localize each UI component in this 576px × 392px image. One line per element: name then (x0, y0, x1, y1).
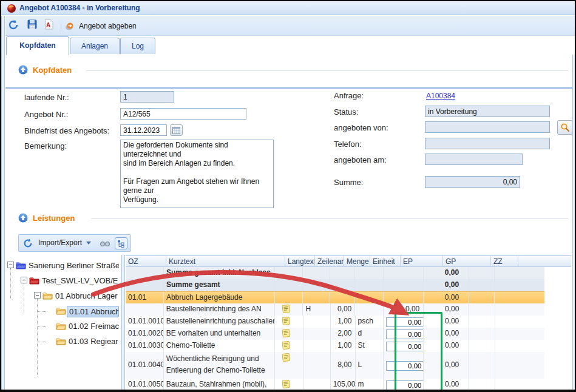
tree-view-button[interactable] (115, 237, 127, 249)
ep-input[interactable] (386, 361, 424, 371)
leistungen-toolbar: Import/Export (18, 234, 131, 252)
refresh-icon (7, 19, 19, 31)
bemerkung-label: Bemerkung: (24, 141, 67, 150)
tree-item-label[interactable]: Test_SWL-LV_VOB/E (40, 275, 119, 286)
folder-icon (56, 337, 66, 345)
table-row[interactable]: 01.01Abbruch Lagergebäude0,00 (126, 291, 544, 305)
tree-item[interactable]: 01.03 Regiear (5, 334, 120, 348)
tree-expander-icon[interactable] (7, 262, 14, 268)
summe-field[interactable] (425, 176, 520, 188)
refresh-list-icon[interactable] (22, 238, 33, 249)
column-header-zz[interactable]: ZZ (491, 256, 518, 267)
tab-strip: Kopfdaten Anlagen Log (1, 36, 575, 55)
splitter[interactable] (120, 255, 125, 390)
einheit-cell (355, 303, 384, 316)
tree-item-label[interactable]: 01.03 Regiear (67, 336, 119, 346)
table-row[interactable]: 01.01.0030Chemo-Toilette 1,00St0,00 (126, 340, 544, 353)
gp-cell: 0,00 (424, 303, 469, 316)
tree-item-label[interactable]: 01.01 Abbruch (67, 306, 119, 317)
einheit-cell (355, 292, 384, 304)
gp-cell: 0,00 (424, 316, 469, 328)
einheit-cell (355, 279, 384, 291)
tree-item-label[interactable]: Sanierung Berliner Straße (27, 260, 119, 271)
empty-cell (495, 340, 544, 352)
telefon-field[interactable] (425, 138, 550, 149)
tree-item[interactable]: Test_SWL-LV_VOB/E (5, 274, 120, 287)
tree-item[interactable]: 01.02 Freimac (5, 319, 120, 333)
table-row[interactable]: Summe gesamt0,00 (126, 279, 544, 292)
anfrage-link[interactable]: A100384 (426, 92, 455, 100)
note-icon[interactable] (282, 304, 291, 315)
tree-expander-icon[interactable] (21, 277, 27, 283)
table-row[interactable]: Summe gesamt inkl. Nachlass0,00 (126, 267, 544, 280)
bindefrist-field[interactable] (120, 124, 167, 136)
leistungen-collapse-icon[interactable] (18, 213, 28, 223)
binoculars-icon[interactable] (100, 239, 110, 248)
search-person-button[interactable] (557, 120, 573, 135)
save-button[interactable] (27, 19, 41, 33)
angeboten-am-field[interactable] (425, 154, 523, 165)
note-icon[interactable] (282, 379, 291, 390)
pdf-icon: A (44, 19, 55, 30)
status-field[interactable] (425, 106, 550, 117)
tab-strip-line (1, 87, 575, 89)
column-header-langtext[interactable]: Langtext (285, 256, 315, 267)
menge-cell: 2,00 (331, 328, 356, 340)
table-row[interactable]: 01.01.0010Baustelleneinrichtung pauschal… (126, 316, 544, 328)
submit-offer-button[interactable]: Angebot abgeben (64, 19, 137, 33)
table-row[interactable]: 01.01.0050Bauzaun, Stahlrahmen (mobil), … (126, 379, 544, 392)
gp-cell: 0,00 (424, 352, 469, 379)
gp-cell: 0,00 (424, 340, 469, 352)
tree-item[interactable]: 01 Abbruch Lager (5, 289, 120, 302)
angeboten-von-field[interactable] (425, 121, 550, 133)
calendar-button[interactable] (170, 124, 183, 136)
table-row[interactable]: 01.01.0020BE vorhalten und unterhalten 2… (126, 328, 544, 340)
ep-cell (384, 340, 424, 352)
kopfdaten-collapse-icon[interactable] (18, 65, 28, 75)
note-icon[interactable] (282, 328, 291, 339)
menge-cell: 0,00 (331, 303, 356, 316)
ep-input[interactable] (386, 342, 424, 351)
oz-cell: 01.01.0010 (126, 316, 164, 328)
note-icon[interactable] (282, 353, 291, 363)
column-header-oz[interactable]: OZ (126, 256, 166, 267)
column-header-filler[interactable] (518, 256, 571, 267)
export-pdf-button[interactable]: A (44, 19, 58, 33)
ep-input[interactable] (386, 380, 424, 390)
zz-cell (469, 379, 495, 392)
table-row[interactable]: 01.01.0040Wöchentliche Reinigung undEntl… (126, 352, 544, 379)
zz-cell (469, 316, 495, 328)
zz-cell (469, 340, 495, 352)
ep-input[interactable] (386, 317, 424, 327)
column-header-menge[interactable]: Menge (344, 256, 370, 267)
tree-item[interactable]: 01.01 Abbruch (5, 304, 120, 317)
zeilenart-cell (303, 316, 331, 328)
table-row[interactable]: Baustelleneinrichtung des AN H0,000,000,… (126, 303, 544, 316)
bemerkung-field[interactable]: Die geforderten Dokumente sind unterzeic… (120, 140, 274, 208)
note-icon[interactable] (282, 340, 291, 351)
column-header-kurztext[interactable]: Kurztext (166, 256, 285, 267)
tree-item-label[interactable]: 01.02 Freimac (67, 321, 119, 331)
tree-item-label[interactable]: 01 Abbruch Lager (53, 291, 119, 301)
tab-kopfdaten[interactable]: Kopfdaten (6, 36, 69, 55)
tree-item[interactable]: Sanierung Berliner Straße (5, 259, 120, 272)
folder-icon (56, 322, 66, 330)
ep-input[interactable] (386, 329, 424, 339)
laufende-nr-field[interactable] (120, 91, 174, 103)
leistungen-heading-rule (91, 218, 569, 219)
tab-log[interactable]: Log (120, 38, 155, 54)
angebot-nr-field[interactable] (120, 108, 246, 120)
langtext-cell (275, 316, 303, 328)
column-header-einheit[interactable]: Einheit (370, 256, 401, 267)
column-header-ep[interactable]: EP (401, 256, 443, 267)
tree-expander-icon[interactable] (34, 292, 41, 299)
column-header-zeilenart[interactable]: Zeilenart (315, 256, 344, 267)
import-export-dropdown[interactable]: Import/Export (38, 238, 91, 247)
langtext-cell (275, 328, 303, 340)
yellow-folder-icon (56, 322, 66, 333)
column-header-gp[interactable]: GP (443, 256, 491, 267)
note-icon[interactable] (282, 316, 291, 327)
folder-icon (42, 291, 53, 300)
tab-anlagen[interactable]: Anlagen (70, 38, 120, 54)
refresh-button[interactable] (7, 19, 22, 33)
